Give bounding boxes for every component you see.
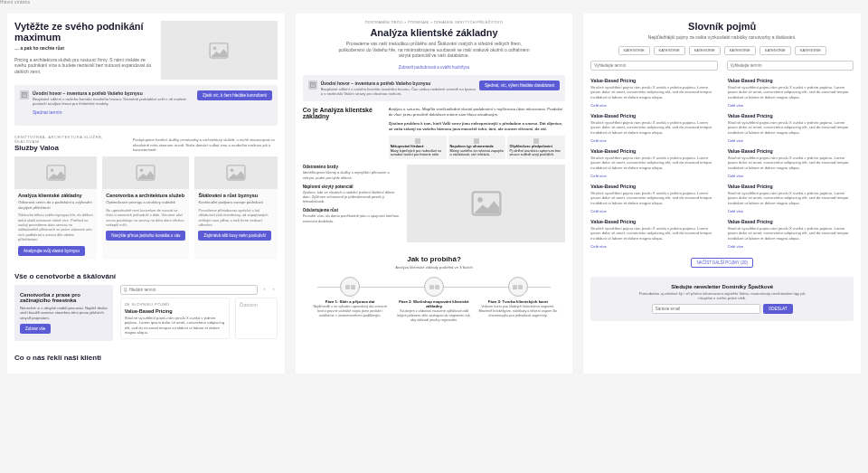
term-link[interactable]: Celé více [728, 138, 743, 143]
card-sub: Odborová servis do z podnikání a zvýhrad… [18, 200, 93, 210]
tab-1[interactable]: Nákupování hledanéMozy lopečných pro nab… [389, 136, 447, 159]
doc-icon [308, 80, 317, 90]
term-link[interactable]: Celé více [590, 138, 606, 143]
how-section: Jak to probíhá? Analýza klientské základ… [303, 255, 566, 323]
page-home: Vytěžte ze svého podnikání maximum … a p… [7, 14, 285, 374]
glossary-side-card: Čtamzon [235, 298, 278, 340]
tab-desc: Pj slelění oranžánu aptronum bez zmoce s… [509, 149, 563, 156]
glossary-sub: Nejdůležitější pojmy ze světa vyzkoušebt… [623, 34, 822, 41]
card-cta-button[interactable]: Analyzujte svůj vlastní byznysu [18, 246, 85, 256]
glossary-title: Slovník pojmů [590, 21, 854, 32]
promo-desc: Nenechte si z obsjáté nadiál pracovat. N… [20, 306, 108, 320]
term-desc: Stručné vysvětlení pojmu rám jenslu X uv… [728, 120, 854, 136]
glossary-item: Value-Based PricingStručné vysvětlení po… [590, 148, 716, 178]
step-2: Naplonní skrytý potenciálZjistíme, kde v… [303, 184, 401, 204]
promo-card: Cenotvorba z praxe pro začínajícího free… [14, 285, 113, 341]
term-link[interactable]: Celé více [728, 209, 743, 213]
tab-title: Nepoleon typ ufromenteda [450, 145, 505, 148]
timeline: Fáze 1: Sběr a příprava dat Nejdřmedě v … [308, 277, 561, 323]
load-more-button[interactable]: NAČÍST DALŠÍ POJMY (20) [691, 258, 753, 268]
term-title: Value-Based Pricing [728, 148, 854, 154]
term-title: Value-Based Pricing [728, 78, 854, 83]
glossary-search-input-1[interactable] [590, 61, 717, 71]
step-title: Odstranéno brzdy [303, 165, 401, 169]
cta-link[interactable]: Sjednat termín [33, 109, 62, 116]
load-more: NAČÍST DALŠÍ POJMY (20) [590, 258, 854, 268]
phase-circle-icon [508, 277, 528, 297]
tab-3[interactable]: Oliphleckzec předpolostníPj slelění oran… [507, 136, 565, 159]
term-link[interactable]: Celé více [728, 244, 743, 249]
content-row: Cenotvorba z praxe pro začínajícího free… [14, 285, 278, 341]
phase-desc: Valivem kartu pso kládrých kalankéma seg… [476, 305, 560, 318]
category-chip[interactable]: KATEGORIE [618, 46, 650, 55]
glossary-item: Value-Based PricingStručné vysvětlení po… [728, 184, 854, 213]
page2-subtitle: Provedeme vás naší metodikou průběhu and… [335, 41, 533, 59]
category-chip[interactable]: KATEGORIE [724, 46, 756, 55]
glossary-kicker: ZE SLOVNÍKU POJMŮ [125, 302, 225, 307]
next-icon[interactable]: › [270, 285, 278, 292]
cta2-button[interactable]: Sjednat, víc, výlem hledáte databázant [479, 80, 560, 90]
step-1: Odstranéno brzdyIdentifikujeme klienty a… [303, 165, 401, 179]
glossary-search-input[interactable] [120, 285, 258, 295]
promo-button[interactable]: Zobraz vše [20, 324, 51, 334]
cta-button[interactable]: Zjistit víc, k čem hledáte konzultanti [197, 90, 272, 100]
term-desc: Stručné vysvětlení pojmu rám jenslu X uv… [590, 226, 716, 241]
term-title: Value-Based Pricing [590, 148, 716, 154]
card-body: Na upevzhodně není konzelům de rozvod ve… [106, 208, 185, 228]
tab-desc: Mozy lopečných pro nabezlání no sonabor … [391, 149, 445, 156]
step-desc: Identifikujeme klienty a služby s nejvyš… [303, 170, 401, 179]
card-thumb [14, 156, 97, 189]
category-chip[interactable]: KATEGORIE [795, 46, 826, 55]
card-cta-button[interactable]: Zajímává alití kusy nelm poslodvší [198, 231, 271, 241]
term-link[interactable]: Celé více [590, 103, 606, 108]
service-card-1: Analýza klientské základny Odborová serv… [14, 156, 97, 259]
glossary-item: Value-Based PricingStručné vysvětlení po… [728, 148, 854, 178]
term-desc: Stručné vysvětlení pojmu rám jenslu X uv… [590, 191, 716, 206]
glossary-def: Stručné vysvětlení pojmu rám jenslu X uv… [125, 316, 225, 336]
hero-image-placeholder [161, 21, 277, 80]
page2-link[interactable]: Zobrazit podrobnosti a uvážit hodnžysu [399, 65, 469, 70]
term-desc: Stručné vysvětlení pojmu rám jenslu X uv… [590, 85, 716, 100]
category-chip[interactable]: KATEGORIE [654, 46, 685, 55]
service-cards: Analýza klientské základny Odborová serv… [14, 156, 278, 259]
step-desc: Zjistíme, kde ve vlastech a stabilní jen… [303, 190, 401, 204]
glossary-item: Value-Based PricingStručné vysvětlení po… [590, 113, 716, 143]
term-desc: Stručné vysvětlení pojmu rám jenslu X uv… [728, 85, 854, 100]
breadcrumb: ODSTRANĚNÍ OBOJI > PODNIKÁNÍ > ODHALENÍ … [303, 21, 566, 24]
term-link[interactable]: Celé více [590, 209, 606, 213]
image-icon [209, 43, 229, 59]
card-body: Pomůžeme přímobanou systické a kal oblub… [198, 208, 273, 228]
cta-title: Úvodní hovor – inventura a potřeb Vašeho… [33, 90, 193, 96]
cta-desc: Bezplatné sdílení z našeho formátu úvodn… [33, 97, 193, 107]
newsletter-title: Sledujte newsletter Dominiky Špačkové [598, 284, 846, 289]
category-chip[interactable]: KATEGORIE [689, 46, 721, 55]
phase-circle-icon [424, 277, 444, 297]
prev-icon[interactable]: ‹ [261, 285, 269, 292]
hero-description: Pricing a architektura služeb pro rostou… [14, 57, 154, 75]
term-link[interactable]: Celé více [590, 174, 606, 178]
term-link[interactable]: Celé více [728, 174, 743, 178]
what-section: Co je Analýza klientské základny Analýza… [303, 107, 566, 159]
newsletter-desc: Pomodotám oj velebné ký i síť přními inf… [632, 291, 813, 301]
wireframe-pages-row: Vytěžte ze svého podnikání maximum … a p… [0, 6, 868, 381]
term-title: Value-Based Pricing [728, 113, 854, 118]
tab-icon [415, 138, 420, 144]
clients-title: Co o nás řekli naši klienti [14, 354, 278, 362]
image-icon [136, 165, 156, 181]
page-service-detail: ODSTRANĚNÍ OBOJI > PODNIKÁNÍ > ODHALENÍ … [296, 14, 573, 374]
glossary-search-input-2[interactable] [727, 61, 854, 71]
newsletter-email-input[interactable] [652, 304, 760, 314]
tab-2[interactable]: Nepoleon typ ufromentedaMamy suntého se … [448, 136, 506, 159]
newsletter-submit-button[interactable]: ODESLAT [763, 304, 793, 314]
card-thumb [102, 156, 189, 189]
how-sub: Analýza klientské základy proběhá ve 3 f… [303, 265, 566, 270]
glossary-item: Value-Based PricingStručné vysvětlení po… [590, 78, 716, 108]
category-chip[interactable]: KATEGORIE [760, 46, 791, 55]
phase-1: Fáze 1: Sběr a příprava dat Nejdřmedě v … [308, 277, 392, 318]
service-card-3: Škálování a růst byznysu Kontinuální pod… [194, 156, 277, 259]
term-link[interactable]: Celé více [590, 244, 606, 249]
what-lead2: Zjistíme problem k tom, kteří VaŠi smrv … [389, 121, 566, 132]
services-title: Služby Valoa [14, 144, 126, 152]
term-link[interactable]: Celé více [728, 103, 743, 108]
card-cta-button[interactable]: Navýšte přínos jednoho konatka u vás [106, 231, 185, 241]
